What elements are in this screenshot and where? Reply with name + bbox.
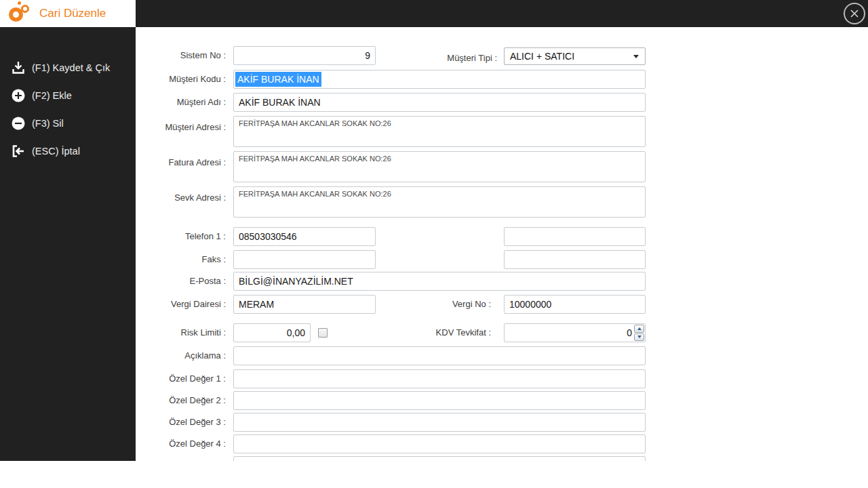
kdv-tevkifat-label: KDV Tevkifat : bbox=[410, 327, 491, 338]
ozel-deger-2-input[interactable] bbox=[233, 391, 646, 410]
ozel-deger-1-input[interactable] bbox=[233, 369, 646, 388]
musteri-tipi-select[interactable]: ALICI + SATICI bbox=[504, 47, 646, 65]
triangle-down-icon bbox=[637, 336, 642, 338]
sidebar-item-label: (F3) Sil bbox=[32, 118, 64, 129]
ozel-deger-5-input[interactable] bbox=[233, 456, 646, 461]
fatura-adresi-label: Fatura Adresi : bbox=[136, 157, 226, 168]
aciklama-input[interactable] bbox=[233, 346, 646, 365]
sidebar-item-label: (ESC) İptal bbox=[32, 146, 80, 157]
vergi-dairesi-label: Vergi Dairesi : bbox=[136, 299, 226, 310]
sidebar-item-save-exit[interactable]: (F1) Kaydet & Çık bbox=[0, 58, 136, 77]
sevk-adresi-textarea[interactable]: FERİTPAŞA MAH AKCANLAR SOKAK NO:26 bbox=[233, 186, 646, 218]
musteri-tipi-label: Müşteri Tipi : bbox=[416, 53, 497, 64]
sidebar-item-label: (F1) Kaydet & Çık bbox=[32, 62, 110, 73]
telefon-1-label: Telefon 1 : bbox=[136, 231, 226, 242]
ozel-deger-1-label: Özel Değer 1 : bbox=[136, 373, 226, 384]
footer-bar: KOBiJET 19:29 | 16.01.2018 Salı bbox=[0, 461, 868, 488]
vergi-dairesi-input[interactable] bbox=[233, 295, 376, 314]
sistem-no-label: Sistem No : bbox=[136, 50, 226, 61]
exit-arrow-icon bbox=[11, 144, 26, 159]
vergi-no-label: Vergi No : bbox=[410, 299, 491, 310]
musteri-adresi-label: Müşteri Adresi : bbox=[136, 122, 226, 133]
chevron-down-icon bbox=[633, 55, 639, 58]
risk-limiti-input[interactable] bbox=[233, 323, 311, 342]
telefon-2-input[interactable] bbox=[504, 227, 646, 246]
page-header: Cari Düzenle bbox=[0, 0, 136, 27]
telefon-1-input[interactable] bbox=[233, 227, 376, 246]
risk-limiti-label: Risk Limiti : bbox=[136, 327, 226, 338]
app-window: Cari Düzenle (F1) Kaydet & Çık (F2) Ekle bbox=[0, 0, 868, 488]
musteri-kodu-selected-text: AKİF BURAK İNAN bbox=[235, 72, 321, 87]
plus-circle-icon bbox=[11, 88, 26, 103]
musteri-kodu-label: Müşteri Kodu : bbox=[136, 74, 226, 85]
vergi-no-input[interactable] bbox=[504, 295, 646, 314]
app-logo-bubble-icon bbox=[21, 5, 29, 13]
ozel-deger-4-label: Özel Değer 4 : bbox=[136, 439, 226, 449]
e-posta-input[interactable] bbox=[233, 272, 646, 291]
musteri-kodu-input[interactable]: AKİF BURAK İNAN bbox=[233, 70, 646, 89]
spin-up-button[interactable] bbox=[634, 325, 644, 333]
spin-down-button[interactable] bbox=[634, 333, 644, 342]
title-bar bbox=[136, 0, 868, 27]
aciklama-label: Açıklama : bbox=[136, 350, 226, 361]
close-button[interactable] bbox=[844, 3, 865, 24]
faks-label: Faks : bbox=[136, 254, 226, 265]
musteri-tipi-selected-value: ALICI + SATICI bbox=[505, 51, 633, 62]
sidebar-item-delete[interactable]: (F3) Sil bbox=[0, 114, 136, 133]
sevk-adresi-label: Sevk Adresi : bbox=[136, 192, 226, 203]
sidebar-item-add[interactable]: (F2) Ekle bbox=[0, 86, 136, 105]
faks-2-input[interactable] bbox=[504, 250, 646, 269]
sidebar-item-label: (F2) Ekle bbox=[32, 90, 72, 101]
spinner-buttons bbox=[633, 324, 645, 342]
sistem-no-input[interactable] bbox=[233, 46, 376, 65]
ozel-deger-3-input[interactable] bbox=[233, 413, 646, 432]
kdv-tevkifat-value: 0 bbox=[505, 324, 633, 342]
ozel-deger-4-input[interactable] bbox=[233, 434, 646, 453]
close-icon bbox=[850, 9, 859, 18]
risk-limiti-checkbox[interactable] bbox=[318, 328, 328, 338]
musteri-adi-input[interactable] bbox=[233, 93, 646, 112]
ozel-deger-2-label: Özel Değer 2 : bbox=[136, 395, 226, 406]
e-posta-label: E-Posta : bbox=[136, 276, 226, 287]
musteri-adi-label: Müşteri Adı : bbox=[136, 97, 226, 108]
kdv-tevkifat-spinner[interactable]: 0 bbox=[504, 323, 646, 342]
faks-input[interactable] bbox=[233, 250, 376, 269]
musteri-adresi-textarea[interactable]: FERİTPAŞA MAH AKCANLAR SOKAK NO:26 bbox=[233, 116, 646, 147]
sidebar: (F1) Kaydet & Çık (F2) Ekle (F3) Sil bbox=[0, 27, 136, 461]
form-area: Sistem No : Müşteri Tipi : ALICI + SATIC… bbox=[136, 27, 868, 461]
ozel-deger-3-label: Özel Değer 3 : bbox=[136, 417, 226, 428]
triangle-up-icon bbox=[637, 327, 642, 330]
page-title: Cari Düzenle bbox=[39, 0, 106, 27]
app-logo-dot-icon bbox=[18, 1, 21, 5]
minus-circle-icon bbox=[11, 116, 26, 131]
save-download-icon bbox=[11, 60, 26, 75]
fatura-adresi-textarea[interactable]: FERİTPAŞA MAH AKCANLAR SOKAK NO:26 bbox=[233, 151, 646, 182]
sidebar-item-cancel[interactable]: (ESC) İptal bbox=[0, 142, 136, 161]
